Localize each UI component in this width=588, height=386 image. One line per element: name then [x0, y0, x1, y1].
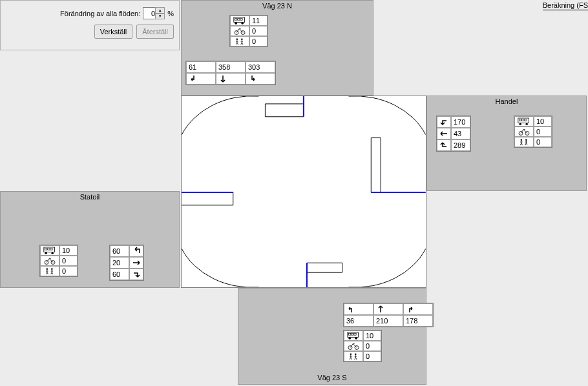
north-title: Väg 23 N: [182, 1, 373, 11]
reset-button: Återställ: [136, 25, 174, 39]
south-bike-count[interactable]: 0: [363, 341, 381, 351]
west-turns-table: 60 20 60: [109, 245, 144, 281]
svg-point-11: [45, 252, 47, 254]
north-bike-count[interactable]: 0: [249, 26, 268, 36]
svg-rect-0: [234, 17, 245, 23]
west-straight-value[interactable]: 20: [110, 257, 129, 269]
straight-down-icon: [216, 73, 246, 85]
bus-icon: [514, 116, 534, 127]
east-turns-table: 170 43 289: [436, 116, 471, 152]
west-ped-count[interactable]: 0: [59, 266, 78, 276]
svg-point-22: [526, 123, 528, 125]
bus-icon: [40, 245, 59, 256]
svg-rect-13: [45, 249, 47, 250]
svg-point-18: [47, 268, 48, 270]
east-right-value[interactable]: 289: [451, 139, 470, 151]
spin-up[interactable]: ▲: [155, 7, 165, 14]
svg-rect-5: [240, 19, 242, 21]
svg-rect-4: [238, 19, 240, 21]
svg-point-19: [51, 268, 53, 270]
svg-point-29: [525, 139, 527, 141]
north-bus-count[interactable]: 11: [249, 15, 268, 26]
svg-rect-25: [525, 119, 527, 121]
svg-rect-33: [349, 334, 351, 336]
south-turns-table: 36 210 178: [343, 303, 434, 327]
west-vehicle-table: 10 0 0: [39, 245, 78, 277]
north-straight-value[interactable]: 358: [216, 61, 246, 73]
bike-icon: [40, 256, 59, 266]
bus-icon: [344, 330, 363, 341]
turn-right-icon: [246, 73, 275, 85]
pedestrian-icon: [230, 36, 249, 46]
east-title: Handel: [427, 96, 586, 107]
apply-button[interactable]: Verkställ: [94, 25, 133, 39]
svg-point-2: [242, 23, 244, 25]
turn-right-icon: [403, 303, 433, 315]
south-approach-panel: 36 210 178 10 0 0 Väg 23 S: [238, 288, 426, 385]
pedestrian-icon: [514, 137, 534, 147]
south-vehicle-table: 10 0 0: [343, 330, 382, 362]
straight-right-icon: [129, 257, 143, 269]
east-approach-panel: Handel 170 43 289 10 0: [426, 96, 587, 191]
straight-up-icon: [373, 303, 403, 315]
svg-point-9: [241, 38, 243, 40]
west-bike-count[interactable]: 0: [59, 256, 78, 266]
flow-adjust-label: Förändring av alla flöden:: [60, 10, 140, 17]
east-ped-count[interactable]: 0: [534, 137, 552, 147]
north-ped-count[interactable]: 0: [249, 36, 268, 46]
north-right-value[interactable]: 303: [246, 61, 275, 73]
south-right-value[interactable]: 178: [403, 315, 433, 327]
east-vehicle-table: 10 0 0: [514, 116, 552, 148]
turn-left-up-icon: [129, 245, 143, 257]
south-bus-count[interactable]: 10: [363, 330, 381, 341]
north-approach-panel: Väg 23 N 11 0 0 61 358 303: [181, 0, 373, 96]
east-straight-value[interactable]: 43: [451, 128, 470, 139]
svg-rect-15: [50, 249, 52, 250]
svg-point-12: [52, 252, 54, 254]
bike-icon: [230, 26, 249, 36]
turn-left-icon: [344, 303, 373, 315]
svg-point-31: [349, 338, 351, 340]
north-turns-table: 61 358 303: [185, 61, 276, 85]
svg-point-1: [235, 23, 237, 25]
east-bike-count[interactable]: 0: [534, 127, 552, 137]
svg-rect-30: [348, 332, 359, 338]
percent-unit: %: [167, 10, 174, 17]
bus-icon: [230, 15, 249, 26]
west-left-value[interactable]: 60: [110, 245, 129, 257]
svg-point-39: [355, 353, 357, 355]
north-vehicle-table: 11 0 0: [229, 15, 268, 47]
east-bus-count[interactable]: 10: [534, 116, 552, 127]
svg-rect-20: [518, 118, 529, 123]
svg-point-21: [520, 123, 521, 125]
svg-point-28: [521, 139, 523, 141]
pedestrian-icon: [344, 351, 363, 361]
calculation-link[interactable]: Beräkning (FS: [543, 1, 588, 10]
svg-point-8: [236, 38, 238, 40]
west-bus-count[interactable]: 10: [59, 245, 78, 256]
flow-adjust-panel: Förändring av alla flöden: ▲ ▼ % Verkstä…: [0, 0, 180, 50]
west-title: Statoil: [1, 192, 179, 202]
pedestrian-icon: [40, 266, 59, 276]
svg-rect-23: [520, 119, 521, 121]
south-straight-value[interactable]: 210: [373, 315, 403, 327]
svg-rect-3: [235, 19, 237, 21]
turn-right-up-icon: [437, 139, 451, 151]
north-left-value[interactable]: 61: [186, 61, 216, 73]
spin-down[interactable]: ▼: [155, 14, 165, 20]
south-left-value[interactable]: 36: [344, 315, 373, 327]
svg-point-38: [350, 353, 352, 355]
east-left-value[interactable]: 170: [451, 116, 470, 128]
turn-left-down-icon: [437, 116, 451, 128]
svg-rect-10: [44, 247, 55, 252]
svg-rect-24: [522, 119, 524, 121]
south-ped-count[interactable]: 0: [363, 351, 381, 361]
svg-point-32: [355, 338, 357, 340]
straight-left-icon: [437, 128, 451, 139]
west-right-value[interactable]: 60: [110, 269, 129, 280]
intersection-diagram: [181, 96, 426, 288]
turn-left-icon: [186, 73, 216, 85]
svg-rect-35: [354, 334, 356, 336]
bike-icon: [344, 341, 363, 351]
turn-right-down-icon: [129, 269, 143, 280]
